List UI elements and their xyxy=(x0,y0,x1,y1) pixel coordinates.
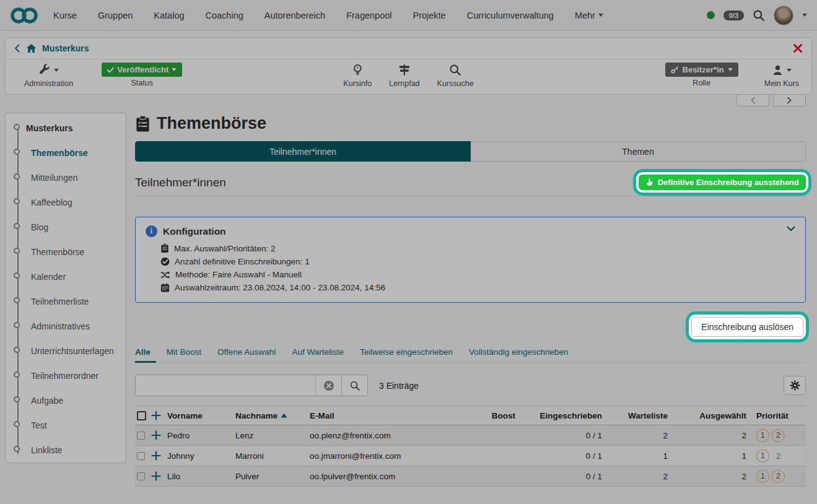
cell-vorname: Johnny xyxy=(167,451,235,461)
trigger-enrollment-highlight: Einschreibung auslösen xyxy=(691,317,803,337)
sidebar-item-test[interactable]: Test xyxy=(6,413,126,438)
nav-item-projekte[interactable]: Projekte xyxy=(413,11,445,20)
row-checkbox[interactable] xyxy=(137,472,145,480)
nav-item-curriculumverwaltung[interactable]: Curriculumverwaltung xyxy=(467,11,554,20)
role-owner-button[interactable]: Besitzer*in xyxy=(665,63,738,77)
avatar[interactable] xyxy=(774,6,793,25)
openolat-logo[interactable] xyxy=(10,6,38,25)
search-icon[interactable] xyxy=(753,9,765,22)
nav-item-kurse[interactable]: Kurse xyxy=(53,11,77,20)
cell-email: oo.jmarroni@frentix.com xyxy=(310,451,481,461)
filter-offene-auswahl[interactable]: Offene Auswahl xyxy=(217,347,276,362)
trigger-enrollment-button[interactable]: Einschreibung auslösen xyxy=(691,317,803,337)
nav-item-gruppen[interactable]: Gruppen xyxy=(98,11,133,20)
sidebar-item-themenb-rse[interactable]: Themenbörse xyxy=(6,240,126,264)
sidebar-item-linkliste[interactable]: Linkliste xyxy=(6,438,126,463)
column-header-boost[interactable]: Boost xyxy=(481,411,518,420)
sidebar-item-kaffeeblog[interactable]: Kaffeeblog xyxy=(6,190,126,215)
expand-all-icon[interactable] xyxy=(151,411,167,420)
toolbar-lernpfad[interactable]: Lernpfad xyxy=(389,63,419,88)
sidebar-item-unterrichtsunterlagen[interactable]: Unterrichtsunterlagen xyxy=(6,339,126,363)
breadcrumb-course-link[interactable]: Musterkurs xyxy=(26,43,89,53)
row-checkbox[interactable] xyxy=(137,452,145,460)
status-badge-highlight: Definitive Einschreibung ausstehend xyxy=(639,175,806,190)
cell-nachname: Marroni xyxy=(235,451,310,461)
key-icon xyxy=(671,66,679,74)
sidebar-item-aufgabe[interactable]: Aufgabe xyxy=(6,388,126,413)
tab-themen[interactable]: Themen xyxy=(471,141,806,162)
cell-email: oo.lpulver@frentix.com xyxy=(310,472,481,481)
page-title: Themenbörse xyxy=(135,114,806,133)
course-header-card: Musterkurs Administration xyxy=(5,37,812,95)
sidebar-item-kalender[interactable]: Kalender xyxy=(6,264,126,289)
chevron-left-icon[interactable] xyxy=(14,44,20,53)
search-input[interactable] xyxy=(136,375,315,396)
chevron-down-icon[interactable] xyxy=(802,14,807,17)
column-header-prioritaet[interactable]: Priorität xyxy=(749,411,806,420)
sidebar-item-blog[interactable]: Blog xyxy=(6,215,126,240)
sidebar-item-musterkurs[interactable]: Musterkurs xyxy=(6,116,126,141)
expand-row-icon[interactable] xyxy=(151,451,167,461)
my-course-menu[interactable]: Mein Kurs xyxy=(764,63,799,88)
toolbar-kursinfo[interactable]: Kursinfo xyxy=(343,63,372,88)
clear-search-button[interactable] xyxy=(315,375,341,396)
sidebar-item-mitteilungen[interactable]: Mitteilungen xyxy=(6,165,126,190)
gear-icon xyxy=(790,380,800,391)
close-course-button[interactable] xyxy=(793,43,803,53)
home-icon xyxy=(26,43,37,53)
section-title: Teilnehmer*innen xyxy=(135,176,226,189)
configuration-panel: i Konfiguration Max. Auswahl/Prioritäten… xyxy=(135,217,806,303)
chevron-down-icon xyxy=(54,69,59,72)
search-group xyxy=(135,375,368,396)
notification-counter[interactable]: 0/3 xyxy=(723,11,744,20)
main-menu: KurseGruppenKatalogCoachingAutorenbereic… xyxy=(53,11,603,20)
filter-vollst-ndig-eingeschrieben[interactable]: Vollständig eingeschrieben xyxy=(469,347,569,362)
row-checkbox[interactable] xyxy=(137,432,145,440)
select-all-checkbox[interactable] xyxy=(137,411,146,420)
lightbulb-icon xyxy=(352,64,364,77)
course-menu-sidebar: MusterkursThemenbörseMitteilungenKaffeeb… xyxy=(5,113,126,463)
table-row[interactable]: PedroLenzoo.plenz@frentix.com0 / 12212 xyxy=(135,425,806,446)
sidebar-item-teilnehmerordner[interactable]: Teilnehmerordner xyxy=(6,363,126,388)
filter-teilweise-eingeschrieben[interactable]: Teilweise eingeschrieben xyxy=(360,347,453,362)
filter-mit-boost[interactable]: Mit Boost xyxy=(167,347,201,362)
enrollment-status-badge[interactable]: Definitive Einschreibung ausstehend xyxy=(639,175,806,190)
column-header-vorname[interactable]: Vorname xyxy=(167,411,235,420)
column-header-eingeschrieben[interactable]: Eingeschrieben xyxy=(518,411,605,420)
column-header-email[interactable]: E-Mail xyxy=(310,411,481,420)
table-row[interactable]: JohnnyMarronioo.jmarroni@frentix.com0 / … xyxy=(135,446,806,466)
tree-node-circle-icon xyxy=(14,371,20,378)
expand-row-icon[interactable] xyxy=(151,430,167,440)
cell-nachname: Lenz xyxy=(235,431,310,440)
tree-node-circle-icon xyxy=(14,421,20,427)
table-row[interactable]: LiloPulveroo.lpulver@frentix.com0 / 1221… xyxy=(135,466,806,487)
nav-item-katalog[interactable]: Katalog xyxy=(154,11,184,20)
nav-item-mehr[interactable]: Mehr xyxy=(575,11,603,20)
nav-item-coaching[interactable]: Coaching xyxy=(206,11,243,20)
nav-item-autorenbereich[interactable]: Autorenbereich xyxy=(264,11,325,20)
sidebar-item-themenb-rse[interactable]: Themenbörse xyxy=(6,141,126,165)
priority-circle: 2 xyxy=(772,470,785,483)
tab-teilnehmerinnen[interactable]: Teilnehmer*innen xyxy=(135,141,471,162)
next-node-button[interactable] xyxy=(773,94,806,106)
clipboard-icon xyxy=(160,243,169,253)
tree-node-circle-icon xyxy=(14,173,20,180)
nav-item-fragenpool[interactable]: Fragenpool xyxy=(346,11,391,20)
participants-table: VornameNachname E-MailBoostEingeschriebe… xyxy=(135,406,806,487)
column-header-ausgewaehlt[interactable]: Ausgewählt xyxy=(670,411,749,420)
sidebar-item-teilnehmerliste[interactable]: Teilnehmerliste xyxy=(6,289,126,314)
administration-menu[interactable]: Administration xyxy=(24,63,73,88)
toolbar-kurssuche[interactable]: Kurssuche xyxy=(437,63,474,88)
search-button[interactable] xyxy=(341,375,367,396)
sidebar-item-administratives[interactable]: Administratives xyxy=(6,314,126,339)
previous-node-button[interactable] xyxy=(736,94,769,106)
filter-auf-warteliste[interactable]: Auf Warteliste xyxy=(292,347,344,362)
column-header-nachname[interactable]: Nachname xyxy=(235,411,310,420)
expand-row-icon[interactable] xyxy=(151,471,167,481)
filter-alle[interactable]: Alle xyxy=(135,347,151,362)
table-settings-button[interactable] xyxy=(784,376,806,395)
status-published-button[interactable]: Veröffentlicht xyxy=(102,63,182,77)
collapse-panel-button[interactable] xyxy=(787,226,795,232)
column-header-warteliste[interactable]: Warteliste xyxy=(605,411,670,420)
action-row: Einschreibung auslösen xyxy=(135,317,806,337)
